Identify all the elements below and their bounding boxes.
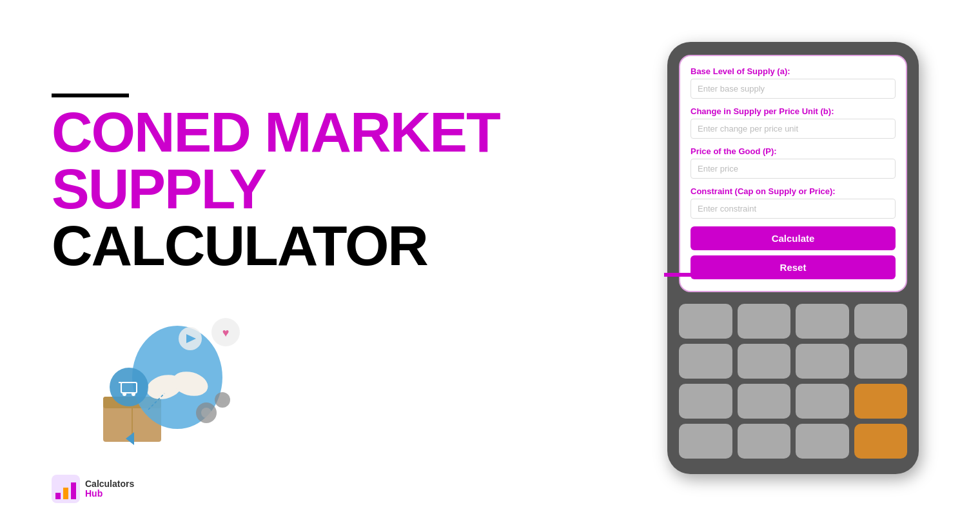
constraint-input[interactable] — [691, 199, 896, 219]
keypad — [679, 304, 907, 459]
change-supply-input[interactable] — [691, 119, 896, 139]
underscore-accent — [664, 273, 748, 277]
illustration: ♥ — [52, 293, 271, 448]
svg-rect-23 — [63, 488, 68, 499]
svg-point-6 — [110, 368, 148, 406]
title-calculator-row: CALCULATOR — [52, 217, 658, 274]
key-8[interactable] — [854, 344, 908, 379]
logo-text: Calculators Hub — [85, 479, 134, 499]
field-label-1: Base Level of Supply (a): — [691, 66, 896, 76]
logo-calculators-label: Calculators — [85, 479, 134, 489]
svg-text:♥: ♥ — [222, 326, 230, 339]
key-12[interactable] — [679, 424, 732, 459]
logo-icon — [52, 475, 80, 503]
logo-hub-label: Hub — [85, 489, 134, 499]
title-accent-line — [52, 94, 129, 97]
calculator-shell: Base Level of Supply (a): Change in Supp… — [667, 42, 919, 474]
svg-point-10 — [132, 392, 135, 396]
key-orange-1[interactable] — [854, 384, 908, 419]
key-14[interactable] — [796, 424, 849, 459]
key-11[interactable] — [796, 384, 849, 419]
svg-rect-22 — [55, 493, 61, 499]
title-calculator: CALCULATOR — [52, 217, 427, 274]
page-container: CONED MARKET SUPPLY CALCULATOR — [0, 0, 980, 516]
svg-point-18 — [219, 396, 226, 404]
key-10[interactable] — [738, 384, 791, 419]
key-3[interactable] — [796, 304, 849, 339]
key-13[interactable] — [738, 424, 791, 459]
key-2[interactable] — [738, 304, 791, 339]
key-7[interactable] — [796, 344, 849, 379]
right-side: Base Level of Supply (a): Change in Supp… — [658, 42, 928, 474]
calculator-screen: Base Level of Supply (a): Change in Supp… — [679, 55, 907, 292]
key-9[interactable] — [679, 384, 732, 419]
svg-point-9 — [122, 392, 126, 396]
key-1[interactable] — [679, 304, 732, 339]
field-group-4: Constraint (Cap on Supply or Price): — [691, 186, 896, 219]
field-label-3: Price of the Good (P): — [691, 146, 896, 156]
left-side: CONED MARKET SUPPLY CALCULATOR — [52, 68, 658, 448]
field-group-2: Change in Supply per Price Unit (b): — [691, 106, 896, 139]
field-label-2: Change in Supply per Price Unit (b): — [691, 106, 896, 116]
title-supply: SUPPLY — [52, 161, 658, 217]
field-label-4: Constraint (Cap on Supply or Price): — [691, 186, 896, 196]
field-group-3: Price of the Good (P): — [691, 146, 896, 179]
logo-container: Calculators Hub — [52, 475, 134, 503]
key-4[interactable] — [854, 304, 908, 339]
key-5[interactable] — [679, 344, 732, 379]
key-orange-2[interactable] — [854, 424, 908, 459]
base-supply-input[interactable] — [691, 79, 896, 99]
svg-rect-24 — [71, 482, 76, 499]
field-group-1: Base Level of Supply (a): — [691, 66, 896, 99]
key-6[interactable] — [738, 344, 791, 379]
calculate-button[interactable]: Calculate — [691, 226, 896, 250]
svg-point-16 — [201, 408, 211, 418]
title-coned: CONED MARKET — [52, 104, 658, 161]
price-input[interactable] — [691, 159, 896, 179]
